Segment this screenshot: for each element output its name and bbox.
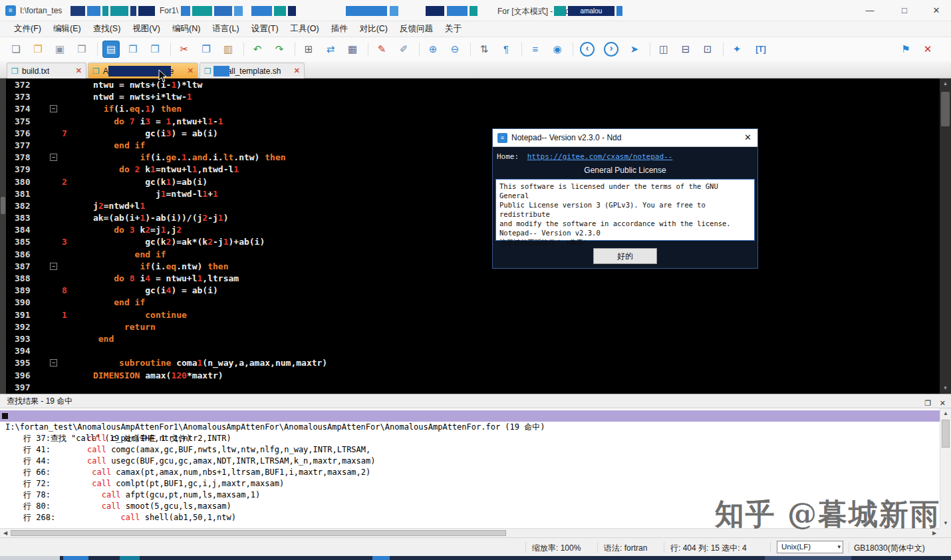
line-number[interactable]: 392: [6, 321, 43, 333]
line-number[interactable]: 382: [6, 200, 43, 212]
code-line[interactable]: 378− if(i.ge.1.and.i.lt.ntw) then: [6, 152, 940, 164]
result-row[interactable]: 行 72: call comlpt(pt,BUF1,gc,i,j,maxtr,m…: [0, 478, 940, 490]
code-line[interactable]: 372 ntwu = nwts+(i-1)*ltw: [6, 79, 940, 91]
ok-button[interactable]: 好的: [593, 248, 657, 264]
line-number[interactable]: 386: [6, 249, 43, 261]
maximize-button[interactable]: □: [892, 0, 916, 21]
paste-icon[interactable]: ▥: [220, 41, 236, 57]
undo-icon[interactable]: ↶: [249, 41, 265, 57]
tab-build-txt[interactable]: ❒ build.txt ✕: [7, 63, 86, 78]
code-line[interactable]: 392 return: [6, 321, 940, 333]
collapse-marker-icon[interactable]: [2, 413, 8, 419]
line-number[interactable]: 379: [6, 164, 43, 176]
mark-pen-icon[interactable]: ✎: [374, 41, 390, 57]
line-number[interactable]: 376: [6, 128, 43, 140]
fold-marker[interactable]: −: [43, 152, 62, 164]
panel-close-icon[interactable]: ✕: [940, 396, 946, 410]
menu-item-0[interactable]: 文件(F): [8, 23, 47, 35]
menu-item-11[interactable]: 关于: [439, 23, 468, 35]
code-line[interactable]: 382 j2=ntwd+l1: [6, 200, 940, 212]
text-format-icon[interactable]: [T]: [751, 41, 771, 57]
focus-target-icon[interactable]: ◉: [549, 41, 565, 57]
code-line[interactable]: 3853 gc(k2)=ak*(k2-j1)+ab(i): [6, 236, 940, 248]
scrollbar-thumb[interactable]: [941, 92, 950, 126]
code-line[interactable]: 381 j1=ntwd-l1+1: [6, 188, 940, 200]
line-operations-icon[interactable]: ⇅: [476, 41, 492, 57]
tab-anomalous-amp-atten-for[interactable]: ❒ AnomalousAmpAttenFor.for ✕: [88, 63, 198, 78]
code-line[interactable]: 386 end if: [6, 249, 940, 261]
close-document-icon[interactable]: ✕: [920, 41, 936, 57]
result-row[interactable]: 行 44:call usegc(BUF,gcu,gc,amax,NDT,INTR…: [0, 456, 940, 467]
file-list-view-icon[interactable]: ▤: [103, 41, 119, 57]
find-in-files-icon[interactable]: ▦: [344, 41, 360, 57]
code-line[interactable]: 384 do 3 k2=j1,j2: [6, 224, 940, 236]
editor-vertical-scrollbar[interactable]: ▲ ▼: [940, 78, 951, 394]
code-line[interactable]: 374− if(i.eq.1) then: [6, 103, 940, 115]
tab-close-icon[interactable]: ✕: [294, 67, 300, 75]
scrollbar-thumb[interactable]: [942, 420, 950, 448]
scroll-down-icon[interactable]: ▼: [940, 518, 951, 528]
line-number[interactable]: 372: [6, 79, 43, 91]
scroll-left-icon[interactable]: ◀: [0, 529, 11, 537]
fold-marker[interactable]: −: [43, 261, 62, 273]
line-number[interactable]: 385: [6, 236, 43, 248]
menu-item-4[interactable]: 编码(N): [166, 23, 206, 35]
code-editor[interactable]: 372 ntwu = nwts+(i-1)*ltw373 ntwd = nwts…: [0, 78, 951, 394]
goto-line-icon[interactable]: ➤: [626, 41, 642, 57]
line-number[interactable]: 384: [6, 224, 43, 236]
code-line[interactable]: 393 end: [6, 333, 940, 345]
scroll-up-icon[interactable]: ▲: [940, 78, 951, 89]
doc-switch-prev-icon[interactable]: ❒: [125, 41, 141, 57]
panel-float-icon[interactable]: ❐: [924, 396, 931, 410]
code-line[interactable]: 3898 gc(i4) = ab(i): [6, 285, 940, 297]
result-row[interactable]: 行 66: call camax(pt,amax,num,nbs+1,ltrsa…: [0, 467, 940, 478]
line-number[interactable]: 377: [6, 140, 43, 152]
fold-marker[interactable]: −: [43, 103, 62, 115]
fold-marker[interactable]: −: [43, 357, 62, 369]
plugin-manager-icon[interactable]: ✦: [729, 41, 745, 57]
line-number[interactable]: 387: [6, 261, 43, 273]
docked-panel-handle[interactable]: [1, 197, 5, 214]
code-line[interactable]: 375 do 7 i3 = 1,ntwu+l1-1: [6, 116, 940, 128]
code-line[interactable]: 396 DIMENSION amax(120*maxtr): [6, 370, 940, 382]
line-number[interactable]: 391: [6, 309, 43, 321]
line-number[interactable]: 397: [6, 382, 43, 394]
zoom-in-icon[interactable]: ⊕: [425, 41, 441, 57]
menu-item-9[interactable]: 对比(C): [354, 23, 394, 35]
menu-item-3[interactable]: 视图(V): [126, 23, 166, 35]
fold-collapse-icon[interactable]: −: [50, 263, 57, 270]
menu-item-5[interactable]: 语言(L): [206, 23, 245, 35]
code-line[interactable]: 3911 continue: [6, 309, 940, 321]
result-row[interactable]: 行 41:call comgc(amax,gc,BUF,nwts,ltw,ntw…: [0, 444, 940, 456]
line-number[interactable]: 375: [6, 116, 43, 128]
code-line[interactable]: 3802 gc(k1)=ab(i): [6, 176, 940, 188]
split-view-icon[interactable]: ◫: [656, 41, 672, 57]
results-vertical-scrollbar[interactable]: ▲ ▼: [940, 408, 951, 528]
indent-guides-icon[interactable]: ≡: [527, 41, 543, 57]
code-line[interactable]: 3767 gc(i3) = ab(i): [6, 128, 940, 140]
menu-item-6[interactable]: 设置(T): [245, 23, 285, 35]
save-file-icon[interactable]: ▣: [52, 41, 68, 57]
tab-install-template-sh[interactable]: ❒ install_template.sh ✕: [200, 63, 305, 78]
eol-format-select[interactable]: Unix(LF) ▾: [777, 541, 843, 553]
code-line[interactable]: 390 end if: [6, 297, 940, 309]
scroll-up-icon[interactable]: ▲: [940, 408, 951, 418]
minimize-button[interactable]: —: [858, 0, 882, 21]
line-number[interactable]: 395: [6, 357, 43, 369]
show-paragraph-marks-icon[interactable]: ¶: [498, 41, 514, 57]
code-lines[interactable]: 372 ntwu = nwts+(i-1)*ltw373 ntwd = nwts…: [6, 79, 940, 394]
menu-item-10[interactable]: 反馈问题: [394, 23, 439, 35]
cut-icon[interactable]: ✂: [176, 41, 192, 57]
menu-item-8[interactable]: 插件: [325, 23, 354, 35]
menu-item-1[interactable]: 编辑(E): [47, 23, 87, 35]
line-number[interactable]: 390: [6, 297, 43, 309]
line-number[interactable]: 383: [6, 212, 43, 224]
line-number[interactable]: 393: [6, 333, 43, 345]
doc-switch-next-icon[interactable]: ❐: [147, 41, 163, 57]
code-line[interactable]: 388 do 8 i4 = ntwu+l1,ltrsam: [6, 273, 940, 285]
code-line[interactable]: 377 end if: [6, 140, 940, 152]
code-line[interactable]: 379 do 2 k1=ntwu+l1,ntwd-l1: [6, 164, 940, 176]
code-line[interactable]: 395− subroutine coma1(n_way,a,amax,num,m…: [6, 357, 940, 369]
result-file-row[interactable]: I:\fortan_test\AnomalousAmpAttenFor1\Ano…: [0, 422, 940, 433]
replace-icon[interactable]: ⇄: [323, 41, 339, 57]
